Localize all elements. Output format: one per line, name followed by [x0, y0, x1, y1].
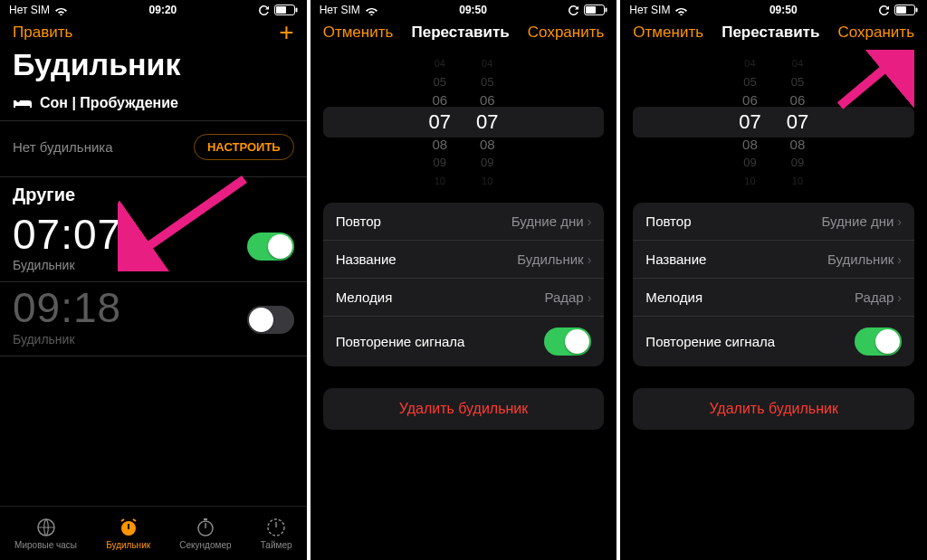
snooze-row: Повторение сигнала [633, 317, 914, 366]
carrier-label: Нет SIM [629, 4, 670, 16]
snooze-toggle[interactable] [855, 327, 902, 356]
nav-bar: Отменить Переставить Сохранить [620, 18, 927, 45]
chevron-right-icon: › [588, 214, 592, 229]
chevron-right-icon: › [588, 290, 592, 305]
bed-icon [13, 97, 33, 109]
tab-alarm[interactable]: Будильник [106, 517, 150, 550]
chevron-right-icon: › [897, 290, 902, 305]
hour-column[interactable]: 04 05 06 07 08 09 10 [739, 54, 760, 190]
status-bar: Нет SIM 09:50 [620, 0, 927, 18]
cancel-button[interactable]: Отменить [633, 24, 703, 42]
alarm-toggle[interactable] [247, 306, 294, 334]
name-row[interactable]: Название Будильник› [323, 241, 605, 279]
add-alarm-button[interactable]: + [279, 24, 293, 42]
status-time: 09:20 [149, 4, 177, 16]
delete-alarm-button[interactable]: Удалить будильник [633, 388, 914, 430]
sound-row[interactable]: Мелодия Радар› [633, 279, 914, 317]
time-picker[interactable]: 04 05 06 07 08 09 10 04 05 06 07 08 09 1… [311, 54, 617, 190]
orientation-lock-icon [258, 5, 270, 16]
screen-edit-alarm-save: Нет SIM 09:50 Отменить Переставить Сохра… [620, 0, 927, 560]
no-alarm-row: Нет будильника НАСТРОИТЬ [0, 121, 307, 173]
alarm-time: 07:07 [13, 213, 121, 256]
alarm-time: 09:18 [13, 286, 121, 329]
wifi-icon [365, 5, 378, 15]
no-alarm-text: Нет будильника [13, 139, 113, 155]
status-bar: Нет SIM 09:50 [311, 0, 617, 18]
name-row[interactable]: Название Будильник› [633, 241, 914, 279]
chevron-right-icon: › [897, 214, 902, 229]
tab-bar: Мировые часы Будильник Секундомер Таймер [0, 506, 307, 560]
nav-title: Переставить [412, 24, 510, 42]
nav-title: Переставить [722, 24, 819, 42]
snooze-toggle[interactable] [544, 327, 591, 356]
tab-stopwatch[interactable]: Секундомер [179, 517, 231, 550]
wifi-icon [54, 5, 68, 15]
tab-timer[interactable]: Таймер [261, 517, 292, 550]
battery-icon [584, 5, 607, 15]
cancel-button[interactable]: Отменить [323, 24, 394, 42]
page-title: Будильник [0, 45, 307, 90]
svg-rect-11 [606, 8, 607, 13]
svg-rect-5 [128, 524, 129, 529]
setup-button[interactable]: НАСТРОИТЬ [194, 134, 294, 160]
svg-rect-14 [916, 8, 918, 13]
minute-column[interactable]: 04 05 06 07 08 09 10 [476, 54, 498, 190]
battery-icon [274, 5, 298, 15]
settings-list: Повтор Будние дни› Название Будильник› М… [323, 203, 605, 366]
settings-list: Повтор Будние дни› Название Будильник› М… [633, 203, 914, 366]
screen-edit-alarm: Нет SIM 09:50 Отменить Переставить Сохра… [311, 0, 617, 560]
status-bar: Нет SIM 09:20 [0, 0, 307, 18]
chevron-right-icon: › [588, 252, 592, 267]
minute-column[interactable]: 04 05 06 07 08 09 10 [787, 54, 808, 190]
svg-rect-1 [276, 6, 286, 14]
alarm-item[interactable]: 09:18 Будильник [0, 282, 307, 356]
tab-world-clock[interactable]: Мировые часы [14, 517, 77, 550]
delete-alarm-button[interactable]: Удалить будильник [323, 388, 605, 430]
svg-rect-2 [295, 8, 297, 13]
nav-bar: Править + [0, 18, 307, 45]
edit-button[interactable]: Править [13, 24, 72, 42]
carrier-label: Нет SIM [320, 4, 360, 16]
other-section-label: Другие [0, 177, 307, 209]
chevron-right-icon: › [897, 252, 902, 267]
alarm-label: Будильник [13, 258, 121, 272]
save-button[interactable]: Сохранить [528, 24, 604, 42]
sound-row[interactable]: Мелодия Радар› [323, 279, 605, 317]
snooze-row: Повторение сигнала [323, 317, 605, 366]
sleep-section-label: Сон | Пробуждение [40, 95, 178, 111]
alarm-item[interactable]: 07:07 Будильник [0, 209, 307, 282]
alarm-label: Будильник [13, 332, 121, 346]
svg-rect-13 [896, 6, 906, 14]
screen-alarm-list: Нет SIM 09:20 Править + Будильник Сон | … [0, 0, 307, 560]
orientation-lock-icon [568, 5, 579, 16]
alarm-toggle[interactable] [247, 233, 294, 261]
repeat-row[interactable]: Повтор Будние дни› [323, 203, 605, 241]
carrier-label: Нет SIM [9, 4, 50, 16]
svg-rect-7 [204, 518, 207, 520]
svg-rect-10 [586, 6, 596, 14]
hour-column[interactable]: 04 05 06 07 08 09 10 [429, 54, 451, 190]
repeat-row[interactable]: Повтор Будние дни› [633, 203, 914, 241]
status-time: 09:50 [769, 4, 798, 16]
nav-bar: Отменить Переставить Сохранить [311, 18, 617, 45]
sleep-section-header: Сон | Пробуждение [0, 90, 307, 117]
battery-icon [894, 5, 918, 15]
status-time: 09:50 [459, 4, 487, 16]
save-button[interactable]: Сохранить [838, 24, 914, 42]
time-picker[interactable]: 04 05 06 07 08 09 10 04 05 06 07 08 09 1… [620, 54, 927, 190]
orientation-lock-icon [878, 5, 890, 16]
wifi-icon [674, 5, 688, 15]
